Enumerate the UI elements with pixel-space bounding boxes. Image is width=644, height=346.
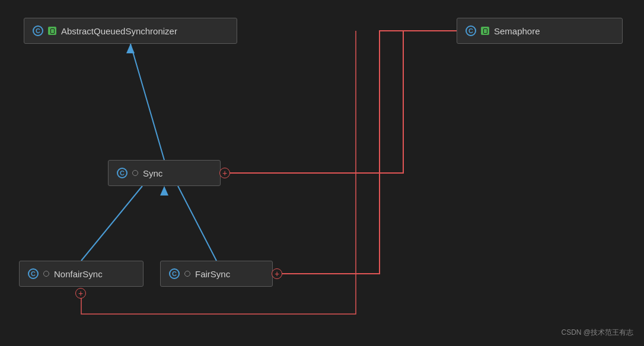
watermark: CSDN @技术范王有志 [561, 328, 633, 338]
class-name-nonfairsync: NonfairSync [54, 269, 103, 279]
inner-icon-nonfairsync [43, 271, 49, 277]
class-icon-fairsync: C [169, 268, 180, 279]
plus-badge-fairsync[interactable]: + [272, 268, 282, 279]
diagram-container: C AbstractQueuedSynchronizer C Semaphore… [0, 0, 644, 346]
svg-line-3 [178, 186, 216, 261]
class-box-nonfairsync[interactable]: C NonfairSync [19, 261, 144, 287]
access-icon-semaphore [481, 27, 489, 35]
svg-marker-4 [160, 186, 168, 196]
class-icon-sync: C [117, 168, 127, 178]
class-name-aqs: AbstractQueuedSynchronizer [61, 26, 177, 36]
plus-badge-sync[interactable]: + [219, 168, 230, 178]
class-name-sync: Sync [143, 168, 162, 178]
svg-line-0 [130, 44, 164, 160]
class-name-fairsync: FairSync [195, 269, 230, 279]
class-box-sync[interactable]: C Sync [108, 160, 221, 186]
class-name-semaphore: Semaphore [494, 26, 540, 36]
class-icon-semaphore: C [466, 25, 476, 36]
class-box-aqs[interactable]: C AbstractQueuedSynchronizer [24, 18, 237, 44]
inner-icon-fairsync [184, 271, 190, 277]
svg-marker-1 [126, 44, 135, 53]
class-icon-nonfairsync: C [28, 268, 39, 279]
inner-icon-sync [132, 170, 138, 176]
plus-badge-nonfairsync[interactable]: + [75, 288, 86, 299]
class-box-semaphore[interactable]: C Semaphore [457, 18, 623, 44]
svg-line-2 [81, 186, 142, 261]
class-box-fairsync[interactable]: C FairSync [160, 261, 273, 287]
connections-svg [0, 0, 644, 346]
class-icon-aqs: C [33, 25, 43, 36]
access-icon-aqs [48, 27, 56, 35]
